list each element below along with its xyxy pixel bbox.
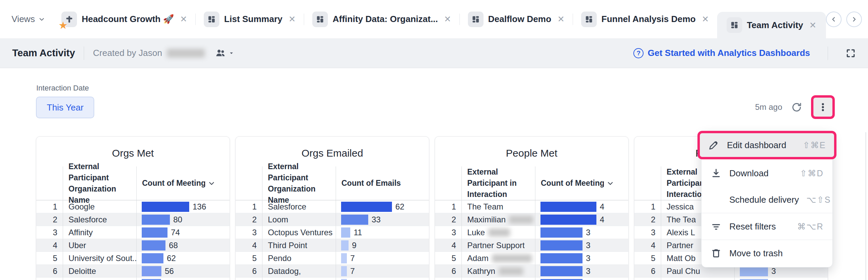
row-name [461,278,535,280]
row-bar-cell: 11 [336,226,429,239]
tab-funnel-analysis-demo[interactable]: Funnel Analysis Demo✕ [573,0,717,38]
row-name: The Team [461,200,535,213]
menu-item-shortcut: ⌥⇧S [806,195,831,205]
row-name-label: Kathryn [467,266,495,276]
bar [142,279,161,280]
help-link-label: Get Started with Analytics Dashboards [648,48,810,58]
menu-item-move-to-trash[interactable]: Move to trash [702,240,832,266]
tab-dealflow-demo[interactable]: Dealflow Demo✕ [460,0,573,38]
bar [540,253,583,263]
row-rank: 6 [236,265,262,278]
bar-value: 3 [771,266,776,276]
row-name-label: Deloitte [68,266,96,276]
row-bar-cell [136,278,230,280]
row-name: Affinity [63,226,136,239]
fullscreen-button[interactable] [846,48,856,58]
bar [740,279,768,280]
refresh-meta: 5m ago [755,95,835,119]
close-icon[interactable]: ✕ [557,14,565,24]
tab-headcount-growth[interactable]: ★Headcount Growth 🚀✕ [53,0,195,38]
close-icon[interactable]: ✕ [289,14,296,24]
row-name-label: Loom [268,215,288,224]
row-bar-cell: 74 [136,226,230,239]
table-header-count: Count of Emails [336,166,429,200]
redacted-text [492,254,532,262]
tab-strip: ★Headcount Growth 🚀✕List Summary✕Affinit… [53,0,826,38]
fullscreen-icon [846,48,856,58]
close-icon[interactable]: ✕ [444,14,451,24]
row-name-label: Jessica [667,202,694,212]
tab-team-activity[interactable]: Team Activity✕ [717,12,826,38]
row-rank: 5 [36,252,63,265]
interaction-date-filter-button[interactable]: This Year [36,97,94,118]
table-header-rank [36,166,63,200]
tabs-scroll-right-button[interactable] [846,12,862,27]
row-bar-cell [535,278,628,280]
row-name: Salesforce [63,213,136,226]
tab-affinity-data-organizat[interactable]: Affinity Data: Organizat...✕ [304,0,459,38]
views-label: Views [12,14,35,24]
bar-value: 3 [586,266,590,276]
new-tab-button[interactable] [867,12,868,27]
get-started-link[interactable]: ? Get Started with Analytics Dashboards [633,48,810,58]
table: External Participant in InteractionCount… [435,166,628,280]
menu-item-shortcut: ⇧⌘D [800,168,824,178]
sort-chevron-down-icon[interactable] [208,180,215,187]
tab-label: Dealflow Demo [488,14,551,24]
bar [540,240,583,251]
row-rank: 3 [435,226,461,239]
row-name-label: Salesforce [68,215,107,224]
tabs-scroll-left-button[interactable] [826,12,842,27]
row-name: Octopus Ventures [262,226,336,239]
bar-value: 136 [193,202,206,212]
menu-item-label: Schedule delivery [729,195,799,205]
dashboard-icon [312,12,328,27]
row-name-label: Matt Ob [667,254,695,263]
close-icon[interactable]: ✕ [702,14,709,24]
row-name: Google [63,200,136,213]
tab-list-summary[interactable]: List Summary✕ [196,0,304,38]
row-name: Kathryn [461,265,535,278]
row-rank: 4 [36,239,63,252]
row-name-label: Datadog, [268,266,301,276]
menu-item-reset-filters[interactable]: Reset filters⌘⌥R [702,213,832,240]
bar [142,227,167,238]
bar-value: 62 [167,254,176,263]
menu-item-edit-dashboard[interactable]: Edit dashboard⇧⌘E [700,133,834,157]
viewport-edge-line [865,132,866,280]
bar-value: 3 [586,228,590,237]
pencil-icon [708,140,719,151]
more-options-button[interactable] [818,102,828,112]
tab-label: Funnel Analysis Demo [601,14,696,24]
bar-value: 7 [350,266,355,276]
refresh-button[interactable] [791,102,802,113]
row-rank: 3 [634,226,661,239]
row-bar-cell: 3 [535,226,628,239]
row-name-label: University of Sout... [68,254,136,263]
menu-item-label: Move to trash [729,248,783,259]
bar-value: 80 [173,215,182,224]
bar [341,279,347,280]
divider [828,46,828,60]
close-icon[interactable]: ✕ [809,20,816,30]
annotation-highlight-box: Edit dashboard⇧⌘E [697,131,836,159]
chevron-left-icon [830,16,837,23]
row-name: Partner Support [461,239,535,252]
close-icon[interactable]: ✕ [180,14,187,24]
row-name: University of Sout... [63,252,136,265]
sharing-control[interactable] [215,48,234,59]
row-rank: 1 [236,200,262,213]
menu-item-download[interactable]: Download⇧⌘D [702,160,832,186]
bar [341,227,350,238]
bar-value: 68 [169,241,178,250]
row-rank: 2 [634,213,661,226]
row-rank: 4 [435,239,461,252]
tab-label: Team Activity [747,20,803,31]
row-name-label: Affinity [68,228,93,237]
menu-item-schedule-delivery[interactable]: Schedule delivery⌥⇧S [702,186,832,213]
annotation-highlight-box [811,95,835,119]
views-menu[interactable]: Views [12,14,53,24]
bar-value: 4 [600,202,604,212]
sort-chevron-down-icon[interactable] [607,180,614,187]
row-bar-cell: 136 [136,200,230,213]
